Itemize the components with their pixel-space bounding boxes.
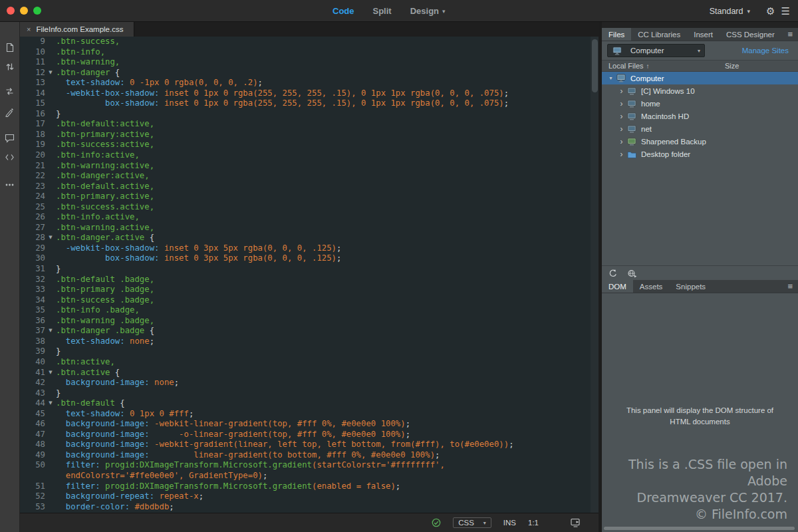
code-fold-icon[interactable]: ▼ [45, 398, 56, 409]
column-size[interactable]: Size [725, 62, 739, 70]
expand-icon[interactable]: › [616, 112, 626, 120]
expand-icon[interactable]: › [616, 150, 626, 158]
file-tree-item-sharpened-backup[interactable]: ›Sharpened Backup [602, 135, 798, 148]
code-fold-icon[interactable]: ▼ [45, 68, 56, 78]
code-line[interactable]: 17.btn-default:active, [20, 119, 598, 130]
sort-icon[interactable] [4, 61, 15, 72]
dom-panel-tab-snippets[interactable]: Snippets [669, 280, 712, 293]
code-fold-icon[interactable]: ▼ [45, 368, 56, 378]
manage-sites-link[interactable]: Manage Sites [742, 47, 793, 55]
code-line[interactable]: 20.btn-info:active, [20, 150, 598, 161]
code-line[interactable]: 41▼.btn.active { [20, 368, 598, 378]
code-editor[interactable]: 9.btn-success,10.btn-info,11.btn-warning… [20, 37, 598, 513]
expand-icon[interactable]: › [616, 87, 626, 95]
code-fold-icon[interactable]: ▼ [45, 233, 56, 243]
sync-icon[interactable] [627, 269, 637, 278]
code-line[interactable]: 50 filter: progid:DXImageTransform.Micro… [20, 460, 598, 471]
expand-icon[interactable]: › [616, 138, 626, 146]
code-line[interactable]: 36.btn-warning .badge, [20, 316, 598, 327]
code-line[interactable]: 38 text-shadow: none; [20, 336, 598, 347]
file-tree-item-computer[interactable]: ▼Computer [602, 72, 798, 84]
dom-panel-tab-assets[interactable]: Assets [633, 280, 670, 293]
code-line[interactable]: 47 background-image: -o-linear-gradient(… [20, 430, 598, 440]
zoom-window-button[interactable] [33, 7, 41, 15]
document-tab[interactable]: × FileInfo.com Example.css [20, 22, 134, 37]
editor-vertical-scrollbar[interactable] [591, 37, 598, 513]
collapse-icon[interactable]: ▼ [606, 76, 616, 80]
code-line[interactable]: 46 background-image: -webkit-linear-grad… [20, 419, 598, 430]
code-line[interactable]: 21.btn-warning:active, [20, 161, 598, 172]
column-local-files[interactable]: Local Files↑ [608, 62, 650, 70]
code-line[interactable]: 14 -webkit-box-shadow: inset 0 1px 0 rgb… [20, 88, 598, 99]
code-line[interactable]: 31} [20, 264, 598, 275]
files-panel-tab-css-designer[interactable]: CSS Designer [720, 28, 781, 41]
code-line[interactable]: 23.btn-default.active, [20, 182, 598, 192]
file-tree-item-macintosh-hd[interactable]: ›Macintosh HD [602, 110, 798, 122]
file-tree-item-net[interactable]: ›net [602, 122, 798, 135]
close-tab-icon[interactable]: × [27, 26, 31, 33]
code-line[interactable]: 18.btn-primary:active, [20, 130, 598, 140]
brush-icon[interactable] [4, 106, 15, 118]
code-line[interactable]: 52 background-repeat: repeat-x; [20, 491, 598, 502]
panel-horizontal-scrollbar[interactable] [604, 527, 795, 530]
code-line[interactable]: 32.btn-default .badge, [20, 275, 598, 285]
code-line[interactable]: 13 text-shadow: 0 -1px 0 rgba(0, 0, 0, .… [20, 78, 598, 88]
minimize-window-button[interactable] [20, 7, 28, 15]
code-line[interactable]: 19.btn-success:active, [20, 140, 598, 150]
scrollbar-thumb[interactable] [592, 39, 598, 92]
view-mode-code[interactable]: Code [332, 6, 354, 16]
transfer-icon[interactable] [4, 86, 15, 97]
code-line[interactable]: 28▼.btn-danger.active { [20, 233, 598, 243]
code-line[interactable]: 35.btn-info .badge, [20, 305, 598, 316]
panel-menu-icon[interactable]: ≡ [782, 280, 798, 293]
code-line[interactable]: 45 text-shadow: 0 1px 0 #fff; [20, 409, 598, 420]
workspace-switcher[interactable]: Standard ▾ [710, 0, 750, 22]
code-line[interactable]: 15 box-shadow: inset 0 1px 0 rgba(255, 2… [20, 98, 598, 109]
hamburger-menu-icon[interactable]: ☰ [781, 5, 790, 17]
code-line[interactable]: 42 background-image: none; [20, 378, 598, 388]
files-panel-tab-cc-libraries[interactable]: CC Libraries [631, 28, 687, 41]
expand-icon[interactable]: › [616, 125, 626, 133]
code-fold-icon[interactable]: ▼ [45, 326, 56, 336]
code-line[interactable]: 53 border-color: #dbdbdb; [20, 502, 598, 513]
code-line[interactable]: 51 filter: progid:DXImageTransform.Micro… [20, 481, 598, 492]
code-line[interactable]: 12▼.btn-danger { [20, 68, 598, 78]
language-select[interactable]: CSS ▾ [453, 517, 491, 528]
code-line[interactable]: 16} [20, 109, 598, 120]
code-line[interactable]: 11.btn-warning, [20, 57, 598, 68]
gear-icon[interactable]: ⚙ [766, 5, 775, 17]
code-line[interactable]: 48 background-image: -webkit-gradient(li… [20, 440, 598, 450]
live-code-icon[interactable] [571, 518, 581, 527]
file-tree-item-home[interactable]: ›home [602, 97, 798, 110]
site-select[interactable]: Computer ▾ [607, 44, 705, 57]
code-line[interactable]: 30 box-shadow: inset 0 3px 5px rgba(0, 0… [20, 253, 598, 264]
code-line[interactable]: 40.btn:active, [20, 357, 598, 368]
code-line[interactable]: 43} [20, 388, 598, 399]
snippet-icon[interactable] [4, 152, 15, 163]
code-line[interactable]: 29 -webkit-box-shadow: inset 0 3px 5px r… [20, 243, 598, 254]
close-window-button[interactable] [7, 7, 15, 15]
code-line[interactable]: 10.btn-info, [20, 47, 598, 58]
view-mode-split[interactable]: Split [373, 6, 392, 16]
comment-icon[interactable] [4, 132, 15, 144]
code-line[interactable]: 24.btn-primary.active, [20, 192, 598, 202]
code-line[interactable]: 49 background-image: linear-gradient(to … [20, 450, 598, 461]
code-line[interactable]: 33.btn-primary .badge, [20, 285, 598, 295]
expand-icon[interactable]: › [616, 100, 626, 108]
view-mode-design[interactable]: Design▾ [410, 6, 446, 16]
code-line[interactable]: 39} [20, 346, 598, 357]
file-tree-item-c-windows-10[interactable]: ›[C] Windows 10 [602, 84, 798, 97]
panel-menu-icon[interactable]: ≡ [782, 28, 798, 41]
code-line[interactable]: 26.btn-info.active, [20, 212, 598, 223]
code-line[interactable]: endColorstr='#ffe0e0e0', GradientType=0)… [20, 471, 598, 481]
more-icon[interactable] [4, 179, 15, 190]
code-line[interactable]: 37▼.btn-danger .badge { [20, 326, 598, 336]
code-line[interactable]: 34.btn-success .badge, [20, 295, 598, 306]
file-tree-item-desktop-folder[interactable]: ›Desktop folder [602, 148, 798, 160]
code-line[interactable]: 9.btn-success, [20, 37, 598, 47]
file-icon[interactable] [4, 42, 15, 53]
files-panel-tab-files[interactable]: Files [602, 28, 631, 41]
refresh-icon[interactable] [608, 269, 618, 278]
code-line[interactable]: 22.btn-danger:active, [20, 171, 598, 182]
code-line[interactable]: 27.btn-warning.active, [20, 223, 598, 233]
